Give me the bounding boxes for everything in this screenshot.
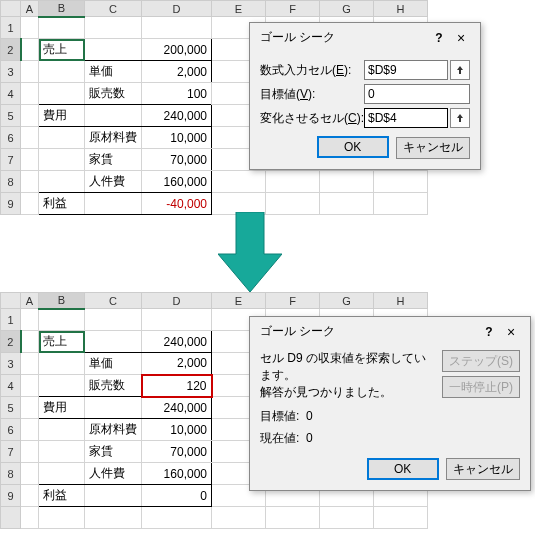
cell-c3[interactable]: 単価 <box>85 61 142 83</box>
ref-select-icon[interactable] <box>450 60 470 80</box>
col-f[interactable]: F <box>266 293 320 309</box>
formula-cell-label: 数式入力セル(E): <box>260 62 364 79</box>
cell-d4[interactable]: 120 <box>142 375 212 397</box>
corner[interactable] <box>1 1 21 17</box>
ref-select-icon[interactable] <box>450 108 470 128</box>
col-e[interactable]: E <box>212 293 266 309</box>
cell-d9[interactable]: -40,000 <box>142 193 212 215</box>
close-button[interactable]: × <box>450 30 472 46</box>
ok-button[interactable]: OK <box>367 458 439 480</box>
row-8[interactable]: 8 <box>1 171 21 193</box>
cell-d3[interactable]: 2,000 <box>142 61 212 83</box>
cell-b5[interactable]: 費用 <box>39 397 85 419</box>
corner[interactable] <box>1 293 21 309</box>
col-c[interactable]: C <box>85 293 142 309</box>
cancel-button[interactable]: キャンセル <box>446 458 520 480</box>
cell-d9[interactable]: 0 <box>142 485 212 507</box>
formula-cell-input[interactable] <box>364 60 448 80</box>
col-c[interactable]: C <box>85 1 142 17</box>
col-b[interactable]: B <box>39 1 85 17</box>
cell-d4[interactable]: 100 <box>142 83 212 105</box>
row-9[interactable]: 9 <box>1 193 21 215</box>
cell-c3[interactable]: 単価 <box>85 353 142 375</box>
cell[interactable] <box>85 17 142 39</box>
row-5[interactable]: 5 <box>1 105 21 127</box>
cell-d6[interactable]: 10,000 <box>142 127 212 149</box>
arrow-down-icon <box>218 212 282 292</box>
goal-seek-status-dialog[interactable]: ゴール シーク ? × セル D9 の収束値を探索しています。 解答が見つかりま… <box>249 316 531 491</box>
col-f[interactable]: F <box>266 1 320 17</box>
cell[interactable] <box>142 17 212 39</box>
col-a[interactable]: A <box>21 293 39 309</box>
goal-seek-dialog[interactable]: ゴール シーク ? × 数式入力セル(E): 目標値(V): 変化させるセル(C… <box>249 22 481 170</box>
row-6[interactable]: 6 <box>1 127 21 149</box>
col-g[interactable]: G <box>320 1 374 17</box>
col-d[interactable]: D <box>142 293 212 309</box>
change-cell-input[interactable] <box>364 108 448 128</box>
cell-d8[interactable]: 160,000 <box>142 463 212 485</box>
cell-b2[interactable]: 売上 <box>39 39 85 61</box>
cell-b9[interactable]: 利益 <box>39 193 85 215</box>
row-1[interactable]: 1 <box>1 17 21 39</box>
col-b[interactable]: B <box>39 293 85 309</box>
col-h[interactable]: H <box>374 293 428 309</box>
cell-d7[interactable]: 70,000 <box>142 441 212 463</box>
dialog-title: ゴール シーク <box>260 29 428 46</box>
cell-c8[interactable]: 人件費 <box>85 463 142 485</box>
pause-button: 一時停止(P) <box>442 376 520 398</box>
cell-c6[interactable]: 原材料費 <box>85 419 142 441</box>
status-message: セル D9 の収束値を探索しています。 解答が見つかりました。 <box>260 350 430 400</box>
cell-d7[interactable]: 70,000 <box>142 149 212 171</box>
col-e[interactable]: E <box>212 1 266 17</box>
cancel-button[interactable]: キャンセル <box>396 137 470 159</box>
target-value-label: 目標値(V): <box>260 86 364 103</box>
cell-c6[interactable]: 原材料費 <box>85 127 142 149</box>
row-4[interactable]: 4 <box>1 83 21 105</box>
target-label: 目標値: <box>260 409 299 423</box>
cell-d2[interactable]: 240,000 <box>142 331 212 353</box>
cell-c2[interactable] <box>85 39 142 61</box>
cell-d5[interactable]: 240,000 <box>142 397 212 419</box>
row-2[interactable]: 2 <box>1 39 21 61</box>
cell-c7[interactable]: 家賃 <box>85 149 142 171</box>
col-a[interactable]: A <box>21 1 39 17</box>
col-d[interactable]: D <box>142 1 212 17</box>
dialog-title: ゴール シーク <box>260 323 478 340</box>
row-7[interactable]: 7 <box>1 149 21 171</box>
cell-c8[interactable]: 人件費 <box>85 171 142 193</box>
row-3[interactable]: 3 <box>1 61 21 83</box>
cell[interactable] <box>39 17 85 39</box>
cell-b2[interactable]: 売上 <box>39 331 85 353</box>
cell-c4[interactable]: 販売数 <box>85 83 142 105</box>
help-button[interactable]: ? <box>478 325 500 339</box>
ok-button[interactable]: OK <box>317 136 389 158</box>
cell-c4[interactable]: 販売数 <box>85 375 142 397</box>
cell-d8[interactable]: 160,000 <box>142 171 212 193</box>
target-value: 0 <box>306 409 313 423</box>
change-cell-label: 変化させるセル(C): <box>260 110 364 127</box>
col-h[interactable]: H <box>374 1 428 17</box>
cell-d3[interactable]: 2,000 <box>142 353 212 375</box>
close-button[interactable]: × <box>500 324 522 340</box>
current-value: 0 <box>306 431 313 445</box>
cell-b9[interactable]: 利益 <box>39 485 85 507</box>
col-g[interactable]: G <box>320 293 374 309</box>
current-label: 現在値: <box>260 431 299 445</box>
cell-d5[interactable]: 240,000 <box>142 105 212 127</box>
target-value-input[interactable] <box>364 84 470 104</box>
step-button: ステップ(S) <box>442 350 520 372</box>
cell[interactable] <box>21 17 39 39</box>
help-button[interactable]: ? <box>428 31 450 45</box>
cell-d6[interactable]: 10,000 <box>142 419 212 441</box>
cell-b5[interactable]: 費用 <box>39 105 85 127</box>
cell-d2[interactable]: 200,000 <box>142 39 212 61</box>
cell-c7[interactable]: 家賃 <box>85 441 142 463</box>
